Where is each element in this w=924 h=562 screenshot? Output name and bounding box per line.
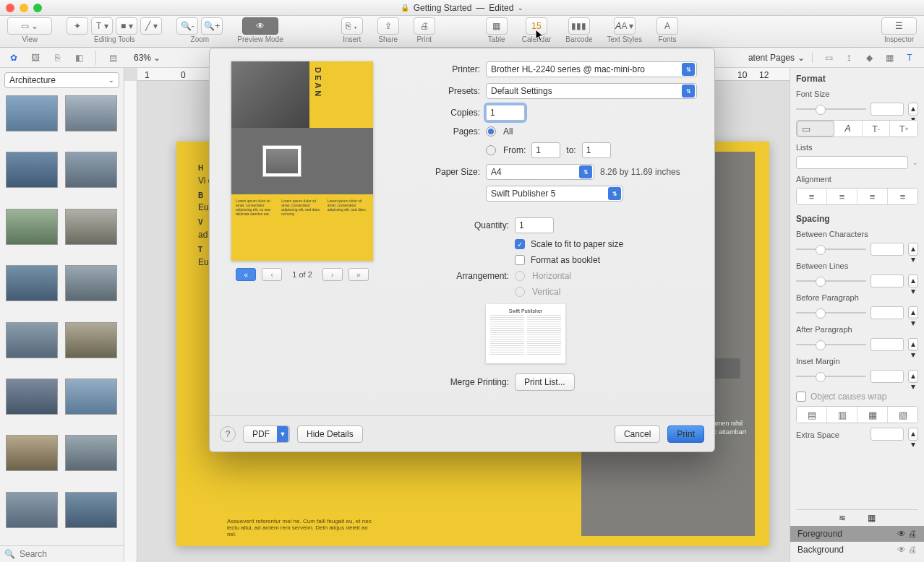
preview-last-button[interactable]: »	[348, 268, 369, 281]
inspector-tab-fill-icon[interactable]: ▦	[881, 51, 898, 65]
text-tool-button[interactable]: T ▾	[91, 17, 113, 35]
booklet-checkbox[interactable]	[515, 255, 525, 265]
fontsize-stepper[interactable]: ▴▾	[908, 103, 918, 116]
between-chars-field[interactable]	[870, 243, 904, 256]
copies-input[interactable]: 1	[486, 105, 525, 121]
before-para-field[interactable]	[870, 306, 904, 319]
between-chars-slider[interactable]	[796, 243, 866, 255]
object-wrap-checkbox[interactable]	[796, 392, 806, 402]
zoom-readout[interactable]: 63% ⌄	[134, 53, 161, 63]
lists-select[interactable]	[796, 156, 908, 169]
align-left-button[interactable]: ≡	[797, 189, 827, 204]
preview-prev-button[interactable]: ‹	[262, 268, 282, 281]
pages-to-input[interactable]: 1	[582, 142, 611, 158]
fullscreen-window-button[interactable]	[33, 4, 42, 12]
style-italic-button[interactable]: A	[834, 121, 863, 137]
cliparts-tab-icon[interactable]: ✿	[7, 51, 20, 64]
thumbnail-item[interactable]	[65, 265, 117, 301]
arr-horizontal-radio[interactable]	[515, 271, 525, 281]
thumbnail-item[interactable]	[6, 322, 58, 358]
fonts-button[interactable]: A	[656, 17, 678, 35]
wrap-left-button[interactable]: ▤	[797, 407, 827, 423]
inset-margin-slider[interactable]	[796, 371, 866, 382]
share-button[interactable]: ⇪	[377, 17, 399, 35]
thumbnail-item[interactable]	[65, 152, 117, 188]
between-chars-stepper[interactable]: ▴▾	[908, 243, 918, 256]
app-options-select[interactable]: Swift Publisher 5⇅	[486, 186, 623, 202]
inset-margin-field[interactable]	[870, 370, 904, 383]
inspector-tab-appearance-icon[interactable]: ◆	[860, 51, 878, 65]
after-para-stepper[interactable]: ▴▾	[908, 338, 918, 351]
thumbnail-item[interactable]	[65, 492, 117, 528]
after-para-slider[interactable]	[796, 339, 866, 350]
fontsize-slider[interactable]	[796, 103, 866, 115]
minimize-window-button[interactable]	[20, 4, 28, 12]
print-button[interactable]: 🖨	[414, 17, 435, 35]
style-regular-button[interactable]: ▭	[797, 121, 834, 137]
inspector-tab-document-icon[interactable]: ▭	[820, 51, 837, 65]
zoom-in-button[interactable]: 🔍+	[201, 17, 223, 35]
background-layer-row[interactable]: Background 👁 🖨	[796, 542, 918, 558]
table-button[interactable]: ▦	[486, 17, 508, 35]
extra-space-field[interactable]	[870, 428, 904, 441]
thumbnail-item[interactable]	[6, 209, 58, 245]
inspector-tab-geometry-icon[interactable]: ⟟	[840, 51, 857, 65]
wrap-right-button[interactable]: ▦	[857, 407, 888, 423]
thumbnail-item[interactable]	[6, 435, 58, 471]
thumbnail-item[interactable]	[65, 322, 117, 358]
thumbnail-item[interactable]	[65, 209, 117, 245]
pages-all-radio[interactable]	[486, 126, 496, 137]
between-lines-stepper[interactable]: ▴▾	[908, 274, 918, 288]
arr-vertical-radio[interactable]	[515, 287, 525, 297]
smart-shapes-tab-icon[interactable]: ◧	[72, 51, 85, 64]
textstyles-button[interactable]: AA ▾	[614, 17, 636, 35]
pdf-dropdown-button[interactable]: PDF▼	[243, 425, 290, 443]
layers-tab-icon[interactable]: ≋	[839, 513, 846, 523]
cancel-button[interactable]: Cancel	[615, 425, 660, 443]
shape-tool-button[interactable]: ■ ▾	[116, 17, 137, 35]
pages-thumbnails-icon[interactable]: ▤	[106, 51, 119, 64]
thumbnail-item[interactable]	[65, 435, 117, 471]
align-center-button[interactable]: ≡	[827, 189, 857, 204]
align-right-button[interactable]: ≡	[857, 189, 888, 204]
presets-select[interactable]: Default Settings⇅	[486, 83, 697, 99]
scale-fit-checkbox[interactable]: ✓	[515, 239, 525, 249]
confirm-print-button[interactable]: Print	[667, 425, 704, 443]
line-tool-button[interactable]: ╱ ▾	[140, 17, 162, 35]
thumbnail-item[interactable]	[65, 95, 117, 131]
wrap-none-button[interactable]: ▧	[888, 407, 917, 423]
calendar-button[interactable]: 15	[526, 17, 547, 35]
printer-select[interactable]: Brother HL-2240 series @ mac-mini-bro⇅	[486, 61, 697, 77]
pages-range-radio[interactable]	[486, 145, 496, 155]
category-select[interactable]: Architecture⌄	[4, 72, 119, 88]
style-smaller-button[interactable]: T-	[863, 121, 891, 137]
thumbnail-item[interactable]	[6, 152, 58, 188]
preview-mode-button[interactable]: 👁	[242, 17, 278, 35]
content-pages-dropdown[interactable]: atent Pages⌄	[748, 53, 813, 63]
thumbnail-item[interactable]	[6, 379, 58, 415]
merge-printlist-button[interactable]: Print List...	[515, 373, 575, 391]
foreground-layer-row[interactable]: Foreground 👁 🖨	[790, 526, 924, 542]
close-window-button[interactable]	[6, 4, 14, 12]
select-tool-button[interactable]: ✦	[67, 17, 88, 35]
wrap-around-button[interactable]: ▥	[827, 407, 857, 423]
before-para-stepper[interactable]: ▴▾	[908, 306, 918, 319]
style-bigger-button[interactable]: T+	[890, 121, 917, 137]
search-input[interactable]	[20, 549, 128, 559]
view-button[interactable]: ▭ ⌄	[7, 17, 52, 35]
inspector-button[interactable]: ☰	[881, 17, 917, 35]
inset-margin-stepper[interactable]: ▴▾	[908, 370, 918, 383]
preview-next-button[interactable]: ›	[322, 268, 343, 281]
hide-details-button[interactable]: Hide Details	[297, 425, 363, 443]
papersize-select[interactable]: A4⇅	[486, 164, 594, 180]
grid-tab-icon[interactable]: ▦	[868, 513, 876, 523]
thumbnail-item[interactable]	[65, 379, 117, 415]
files-tab-icon[interactable]: ⎘	[51, 51, 64, 64]
fontsize-field[interactable]	[870, 103, 904, 116]
zoom-out-button[interactable]: 🔍-	[176, 17, 198, 35]
insert-button[interactable]: ⎘ ▾	[341, 17, 363, 35]
thumbnail-item[interactable]	[6, 265, 58, 301]
extra-space-stepper[interactable]: ▴▾	[908, 428, 918, 441]
thumbnail-item[interactable]	[6, 95, 58, 131]
preview-first-button[interactable]: «	[236, 268, 256, 281]
